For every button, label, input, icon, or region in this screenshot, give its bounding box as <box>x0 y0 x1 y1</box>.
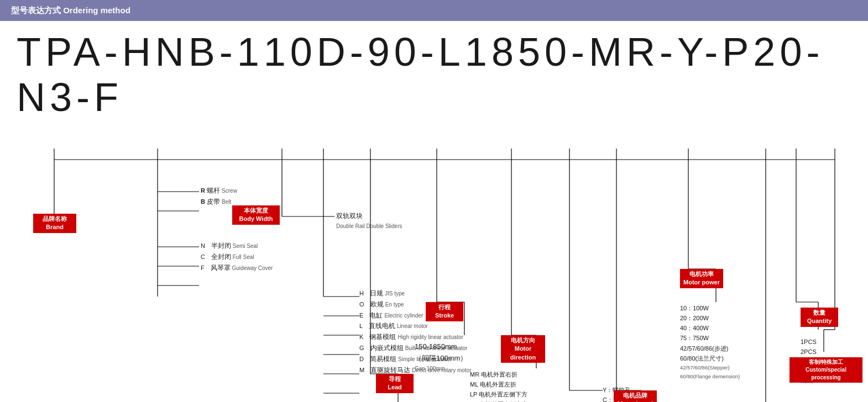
motor-dir-lu-zh: LU 电机外置左侧上方 <box>470 399 539 402</box>
power-75: 75：750W <box>680 333 740 343</box>
body-width-label: 本体宽度 Body Width <box>232 205 280 225</box>
power-10: 10：100W <box>680 303 740 313</box>
motor-direction-en: Motor direction <box>504 345 542 362</box>
double-rail-text: 双轨双块 Double Rail Double Sliders <box>336 211 402 231</box>
body-width-label-en: Body Width <box>235 215 277 223</box>
header-bar: 型号表达方式 Ordering method <box>0 0 868 21</box>
motor-power-label: 电机功率 Motor power <box>680 269 723 288</box>
drive-type-b: B 皮带 Belt <box>201 197 237 208</box>
power-flange-en: 60/80(Flange demension) <box>680 372 740 381</box>
motor-brand-label: 电机品牌 Motor brand <box>614 390 657 402</box>
quantity-zh: 数量 <box>803 309 835 317</box>
custom-zh: 客制/特殊加工 <box>792 358 860 366</box>
quantity-en: Quantity <box>803 317 835 325</box>
motor-direction-label: 电机方向 Motor direction <box>501 335 545 363</box>
motor-direction-zh: 电机方向 <box>504 336 542 345</box>
stroke-label: 行程 Stroke <box>426 302 463 321</box>
quantity-label: 数量 Quantity <box>801 308 838 327</box>
header-title: 型号表达方式 Ordering method <box>11 6 130 16</box>
type-h: H 日规 JIS type <box>359 288 471 299</box>
custom-en: Custom/special processing <box>792 366 860 382</box>
lead-label-en: Lead <box>379 383 411 392</box>
seal-types-block: N 半封闭 Semi Seal C 全封闭 Full Seal F 风琴罩 Gu… <box>201 241 273 273</box>
body-width-label-zh: 本体宽度 <box>235 207 277 215</box>
double-rail-en: Double Rail Double Sliders <box>336 222 402 231</box>
stroke-label-zh: 行程 <box>428 303 461 311</box>
power-40: 40：400W <box>680 323 740 333</box>
seal-f: F 风琴罩 Guideway Cover <box>201 263 273 274</box>
brand-label-zh: 品牌名称 <box>36 215 74 223</box>
seal-c: C 全封闭 Full Seal <box>201 252 273 263</box>
main-content: TPA-HNB-110D-90-L1850-MR-Y-P20-N3-F <box>0 21 868 402</box>
double-rail-zh: 双轨双块 <box>336 211 402 222</box>
motor-dir-mr-zh: MR 电机外置右折 <box>470 369 539 379</box>
stroke-gap-en: Gap 100mm <box>415 364 467 374</box>
motor-power-block: 10：100W 20：200W 40：400W 75：750W 42/57/60… <box>680 303 740 380</box>
qty-1: 1PCS <box>801 337 831 347</box>
type-l: L 直线电机 Linear motor <box>359 321 471 332</box>
lead-label: 导程 Lead <box>376 374 414 393</box>
motor-brand-zh: 电机品牌 <box>616 392 654 400</box>
brand-label: 品牌名称 Brand <box>33 214 76 233</box>
motor-power-en: Motor power <box>683 278 720 287</box>
drive-type-r: R 螺杆 Screw <box>201 186 237 197</box>
power-stepper-zh: 42/57/60/86(步进) <box>680 343 740 353</box>
motor-power-zh: 电机功率 <box>683 270 720 278</box>
stroke-gap: （间隔100mm） <box>415 352 467 364</box>
power-stepper-en: 42/57/60/86(Stepper) <box>680 363 740 372</box>
stroke-range-block: 150-1850mm （间隔100mm） Gap 100mm <box>415 341 467 373</box>
model-code: TPA-HNB-110D-90-L1850-MR-Y-P20-N3-F <box>17 29 851 120</box>
stroke-range: 150-1850mm <box>415 341 467 352</box>
motor-dir-ml-zh: ML 电机外置左折 <box>470 379 539 389</box>
motor-direction-block: MR 电机外置右折 ML 电机外置左折 LP 电机外置左侧下方 LU 电机外置左… <box>470 369 539 402</box>
qty-2: 2PCS <box>801 347 831 357</box>
power-flange-zh: 60/80(法兰尺寸) <box>680 353 740 363</box>
power-20: 20：200W <box>680 313 740 323</box>
diagram: 品牌名称 Brand 本体宽度 Body Width 双轨双块 Double R… <box>17 120 851 402</box>
stroke-label-en: Stroke <box>428 311 461 320</box>
brand-label-en: Brand <box>36 223 74 231</box>
seal-n: N 半封闭 Semi Seal <box>201 241 273 252</box>
motor-dir-lp-zh: LP 电机外置左侧下方 <box>470 389 539 399</box>
motor-brand-en: Motor brand <box>616 400 654 402</box>
drive-types-block: R 螺杆 Screw B 皮带 Belt <box>201 186 237 208</box>
lead-label-zh: 导程 <box>379 375 411 383</box>
custom-label: 客制/特殊加工 Custom/special processing <box>789 357 862 383</box>
